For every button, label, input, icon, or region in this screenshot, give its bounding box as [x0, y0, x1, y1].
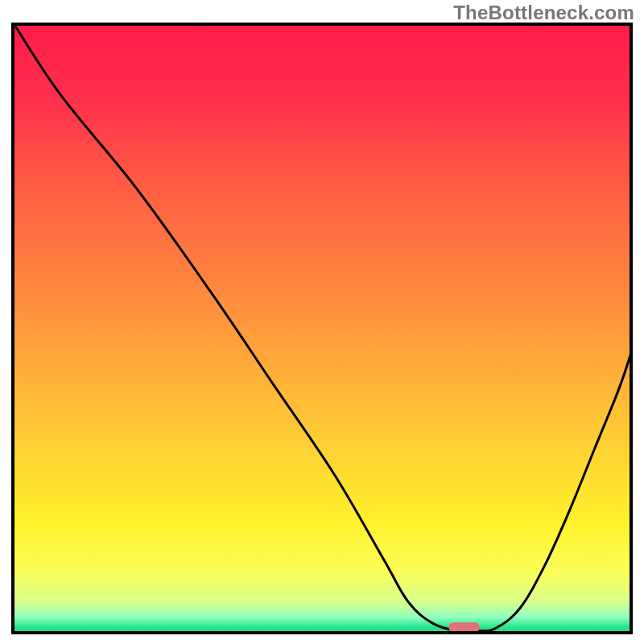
bottleneck-chart: [0, 0, 644, 644]
marker-layer: [448, 622, 479, 632]
plot-background: [13, 24, 631, 633]
optimal-marker: [448, 622, 479, 632]
chart-container: TheBottleneck.com: [0, 0, 644, 644]
site-watermark: TheBottleneck.com: [453, 2, 634, 24]
